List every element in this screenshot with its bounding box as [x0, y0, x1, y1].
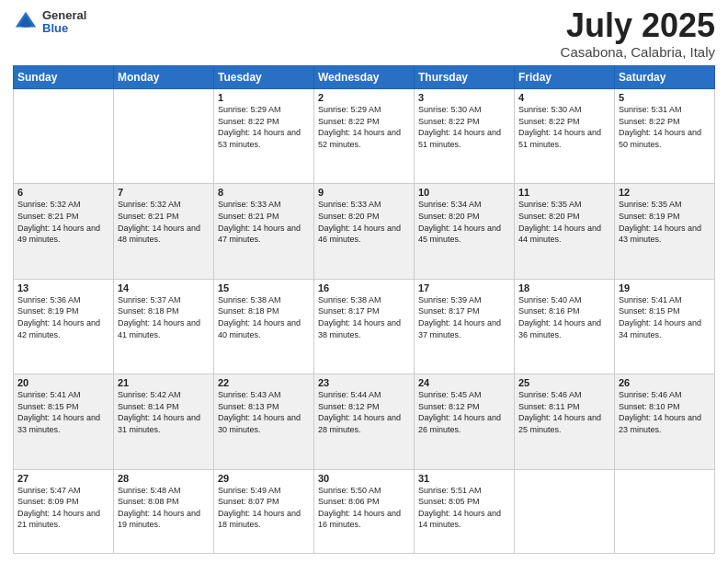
day-number: 28: [118, 473, 210, 484]
table-row: 27 Sunrise: 5:47 AM Sunset: 8:09 PM Dayl…: [14, 469, 114, 553]
table-row: 5 Sunrise: 5:31 AM Sunset: 8:22 PM Dayli…: [615, 89, 715, 184]
day-info: Sunrise: 5:31 AM Sunset: 8:22 PM Dayligh…: [619, 104, 711, 150]
svg-rect-2: [22, 22, 29, 28]
daylight-text: Daylight: 14 hours and 28 minutes.: [318, 413, 401, 434]
sunrise-text: Sunrise: 5:41 AM: [619, 295, 682, 304]
sunset-text: Sunset: 8:10 PM: [619, 402, 680, 411]
day-info: Sunrise: 5:34 AM Sunset: 8:20 PM Dayligh…: [418, 199, 510, 245]
sunset-text: Sunset: 8:12 PM: [318, 402, 380, 411]
table-row: 7 Sunrise: 5:32 AM Sunset: 8:21 PM Dayli…: [114, 184, 214, 279]
col-wednesday: Wednesday: [314, 66, 415, 89]
day-number: 3: [418, 92, 510, 103]
sunrise-text: Sunrise: 5:50 AM: [318, 486, 381, 495]
sunrise-text: Sunrise: 5:46 AM: [518, 390, 582, 399]
table-row: 10 Sunrise: 5:34 AM Sunset: 8:20 PM Dayl…: [415, 184, 515, 279]
sunset-text: Sunset: 8:17 PM: [418, 306, 480, 316]
day-info: Sunrise: 5:35 AM Sunset: 8:20 PM Dayligh…: [518, 199, 610, 245]
table-row: 28 Sunrise: 5:48 AM Sunset: 8:08 PM Dayl…: [114, 469, 214, 553]
daylight-text: Daylight: 14 hours and 16 minutes.: [318, 509, 401, 530]
sunset-text: Sunset: 8:16 PM: [518, 306, 580, 316]
table-row: 8 Sunrise: 5:33 AM Sunset: 8:21 PM Dayli…: [214, 184, 314, 279]
day-info: Sunrise: 5:32 AM Sunset: 8:21 PM Dayligh…: [17, 199, 109, 245]
day-number: 23: [318, 377, 410, 388]
sunrise-text: Sunrise: 5:35 AM: [619, 200, 682, 209]
daylight-text: Daylight: 14 hours and 47 minutes.: [218, 224, 301, 245]
sunset-text: Sunset: 8:14 PM: [118, 402, 179, 411]
daylight-text: Daylight: 14 hours and 40 minutes.: [218, 318, 301, 339]
table-row: 21 Sunrise: 5:42 AM Sunset: 8:14 PM Dayl…: [114, 374, 214, 469]
table-row: 24 Sunrise: 5:45 AM Sunset: 8:12 PM Dayl…: [415, 374, 515, 469]
calendar-week-row: 1 Sunrise: 5:29 AM Sunset: 8:22 PM Dayli…: [14, 89, 715, 184]
sunrise-text: Sunrise: 5:44 AM: [318, 390, 381, 399]
sunrise-text: Sunrise: 5:38 AM: [318, 295, 381, 304]
day-number: 2: [318, 92, 410, 103]
table-row: 9 Sunrise: 5:33 AM Sunset: 8:20 PM Dayli…: [314, 184, 415, 279]
calendar-header-row: Sunday Monday Tuesday Wednesday Thursday…: [14, 66, 715, 89]
table-row: 14 Sunrise: 5:37 AM Sunset: 8:18 PM Dayl…: [114, 279, 214, 373]
sunrise-text: Sunrise: 5:29 AM: [318, 105, 381, 114]
daylight-text: Daylight: 14 hours and 23 minutes.: [619, 413, 701, 434]
sunset-text: Sunset: 8:21 PM: [118, 212, 179, 221]
sunrise-text: Sunrise: 5:33 AM: [318, 200, 381, 209]
sunrise-text: Sunrise: 5:39 AM: [418, 295, 482, 304]
day-info: Sunrise: 5:30 AM Sunset: 8:22 PM Dayligh…: [418, 104, 510, 150]
page: General Blue July 2025 Casabona, Calabri…: [0, 0, 728, 563]
logo-general-text: General: [42, 9, 86, 22]
daylight-text: Daylight: 14 hours and 36 minutes.: [518, 318, 601, 339]
daylight-text: Daylight: 14 hours and 53 minutes.: [218, 128, 301, 149]
day-number: 25: [518, 377, 610, 388]
sunset-text: Sunset: 8:22 PM: [318, 117, 380, 126]
day-info: Sunrise: 5:33 AM Sunset: 8:21 PM Dayligh…: [218, 199, 310, 245]
day-info: Sunrise: 5:41 AM Sunset: 8:15 PM Dayligh…: [17, 389, 109, 435]
table-row: 1 Sunrise: 5:29 AM Sunset: 8:22 PM Dayli…: [214, 89, 314, 184]
sunset-text: Sunset: 8:05 PM: [418, 497, 480, 506]
calendar-title: July 2025: [561, 9, 715, 42]
calendar-table: Sunday Monday Tuesday Wednesday Thursday…: [13, 65, 715, 554]
daylight-text: Daylight: 14 hours and 25 minutes.: [518, 413, 601, 434]
daylight-text: Daylight: 14 hours and 30 minutes.: [218, 413, 301, 434]
day-number: 13: [17, 282, 109, 293]
day-number: 21: [118, 377, 210, 388]
sunset-text: Sunset: 8:20 PM: [318, 212, 380, 221]
logo-icon: [13, 9, 39, 35]
daylight-text: Daylight: 14 hours and 42 minutes.: [17, 318, 100, 339]
table-row: 3 Sunrise: 5:30 AM Sunset: 8:22 PM Dayli…: [415, 89, 515, 184]
day-info: Sunrise: 5:41 AM Sunset: 8:15 PM Dayligh…: [619, 294, 711, 340]
day-info: Sunrise: 5:46 AM Sunset: 8:10 PM Dayligh…: [619, 389, 711, 435]
table-row: 26 Sunrise: 5:46 AM Sunset: 8:10 PM Dayl…: [615, 374, 715, 469]
sunrise-text: Sunrise: 5:34 AM: [418, 200, 482, 209]
day-number: 6: [17, 187, 109, 198]
logo-text: General Blue: [42, 9, 86, 36]
sunrise-text: Sunrise: 5:37 AM: [118, 295, 181, 304]
day-number: 4: [518, 92, 610, 103]
table-row: 17 Sunrise: 5:39 AM Sunset: 8:17 PM Dayl…: [415, 279, 515, 373]
sunrise-text: Sunrise: 5:43 AM: [218, 390, 281, 399]
sunrise-text: Sunrise: 5:32 AM: [17, 200, 81, 209]
table-row: 13 Sunrise: 5:36 AM Sunset: 8:19 PM Dayl…: [14, 279, 114, 373]
day-info: Sunrise: 5:50 AM Sunset: 8:06 PM Dayligh…: [318, 485, 410, 531]
logo-blue-text: Blue: [42, 22, 86, 35]
day-info: Sunrise: 5:48 AM Sunset: 8:08 PM Dayligh…: [118, 485, 210, 531]
calendar-week-row: 13 Sunrise: 5:36 AM Sunset: 8:19 PM Dayl…: [14, 279, 715, 373]
table-row: 11 Sunrise: 5:35 AM Sunset: 8:20 PM Dayl…: [515, 184, 615, 279]
table-row: 19 Sunrise: 5:41 AM Sunset: 8:15 PM Dayl…: [615, 279, 715, 373]
daylight-text: Daylight: 14 hours and 52 minutes.: [318, 128, 401, 149]
sunset-text: Sunset: 8:17 PM: [318, 306, 380, 316]
sunrise-text: Sunrise: 5:42 AM: [118, 390, 181, 399]
sunrise-text: Sunrise: 5:41 AM: [17, 390, 81, 399]
table-row: 2 Sunrise: 5:29 AM Sunset: 8:22 PM Dayli…: [314, 89, 415, 184]
day-number: 30: [318, 473, 410, 484]
day-info: Sunrise: 5:46 AM Sunset: 8:11 PM Dayligh…: [518, 389, 610, 435]
day-info: Sunrise: 5:40 AM Sunset: 8:16 PM Dayligh…: [518, 294, 610, 340]
day-info: Sunrise: 5:43 AM Sunset: 8:13 PM Dayligh…: [218, 389, 310, 435]
col-monday: Monday: [114, 66, 214, 89]
day-number: 29: [218, 473, 310, 484]
day-number: 15: [218, 282, 310, 293]
sunrise-text: Sunrise: 5:35 AM: [518, 200, 582, 209]
table-row: 4 Sunrise: 5:30 AM Sunset: 8:22 PM Dayli…: [515, 89, 615, 184]
daylight-text: Daylight: 14 hours and 43 minutes.: [619, 224, 701, 245]
sunset-text: Sunset: 8:22 PM: [619, 117, 680, 126]
day-number: 31: [418, 473, 510, 484]
sunrise-text: Sunrise: 5:31 AM: [619, 105, 682, 114]
day-number: 20: [17, 377, 109, 388]
